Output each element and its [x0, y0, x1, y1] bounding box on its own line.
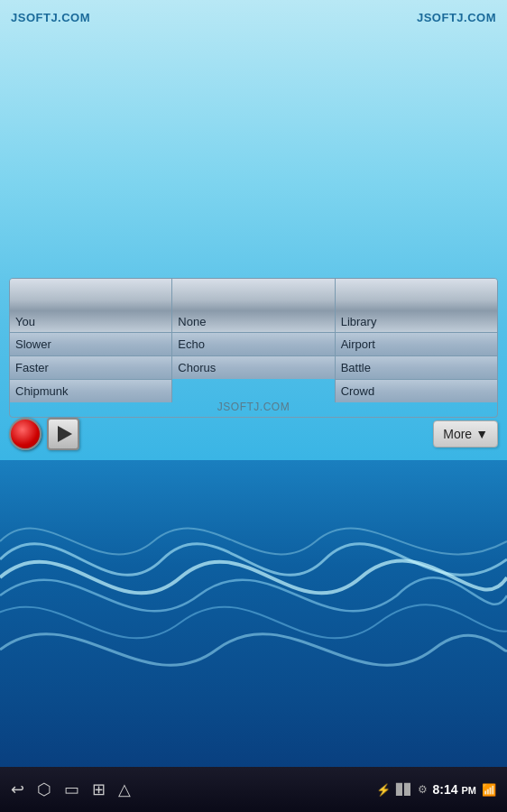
- effect-item-faster[interactable]: Faster: [10, 356, 171, 380]
- status-bar-right: ⚡ ▊▊ ⚙ 8:14 PM 📶: [376, 782, 496, 797]
- more-arrow-icon: ▼: [475, 427, 488, 441]
- home-icon[interactable]: ⬡: [37, 780, 51, 799]
- col-header-none-label: None: [178, 315, 206, 328]
- effect-item-battle[interactable]: Battle: [336, 356, 497, 380]
- controls-bar: More ▼: [9, 418, 498, 450]
- signal-icon: ▊▊: [396, 783, 412, 796]
- effects-col-none: None Echo Chorus: [172, 279, 335, 402]
- time-value: 8:14: [433, 782, 458, 797]
- controls-left: [9, 418, 79, 450]
- effect-item-airport[interactable]: Airport: [336, 333, 497, 356]
- play-button[interactable]: [47, 418, 79, 450]
- effect-item-slower[interactable]: Slower: [10, 333, 171, 356]
- effect-item-chorus[interactable]: Chorus: [172, 356, 334, 379]
- apps-icon[interactable]: ⊞: [92, 780, 106, 799]
- status-bar-nav: ↩ ⬡ ▭ ⊞ △: [11, 780, 131, 799]
- usb-icon: ⚡: [376, 783, 391, 797]
- record-button[interactable]: [9, 418, 41, 450]
- wifi-icon: 📶: [482, 783, 496, 797]
- bg-bottom: [0, 460, 507, 812]
- wave-graphic: [0, 487, 507, 758]
- watermark-left: JSOFTJ.COM: [11, 11, 90, 24]
- status-time: 8:14 PM: [433, 782, 476, 797]
- col-header-you[interactable]: You: [10, 279, 171, 333]
- status-bar: ↩ ⬡ ▭ ⊞ △ ⚡ ▊▊ ⚙ 8:14 PM 📶: [0, 767, 507, 812]
- recents-icon[interactable]: ▭: [64, 780, 79, 799]
- play-icon: [58, 426, 72, 442]
- col-header-library-label: Library: [341, 315, 377, 328]
- more-button[interactable]: More ▼: [433, 420, 498, 448]
- effects-panel: You Slower Faster Chipmunk None Echo Cho…: [9, 278, 498, 418]
- bluetooth-icon: ⚙: [418, 783, 428, 796]
- col-header-library[interactable]: Library: [336, 279, 497, 333]
- effects-col-library: Library Airport Battle Crowd: [336, 279, 497, 402]
- back-icon[interactable]: ↩: [11, 780, 24, 799]
- more-label: More: [443, 427, 472, 441]
- watermark-right: JSOFTJ.COM: [417, 11, 496, 24]
- effects-col-you: You Slower Faster Chipmunk: [10, 279, 172, 402]
- col-header-none[interactable]: None: [172, 279, 334, 333]
- effect-item-chipmunk[interactable]: Chipmunk: [10, 380, 171, 402]
- effect-item-echo[interactable]: Echo: [172, 333, 334, 356]
- time-suffix: PM: [462, 785, 477, 796]
- watermark-center: JSOFTJ.COM: [217, 401, 290, 413]
- effect-item-crowd[interactable]: Crowd: [336, 380, 497, 402]
- effects-grid: You Slower Faster Chipmunk None Echo Cho…: [10, 279, 497, 402]
- nav-up-icon[interactable]: △: [118, 780, 131, 799]
- col-header-you-label: You: [15, 315, 35, 328]
